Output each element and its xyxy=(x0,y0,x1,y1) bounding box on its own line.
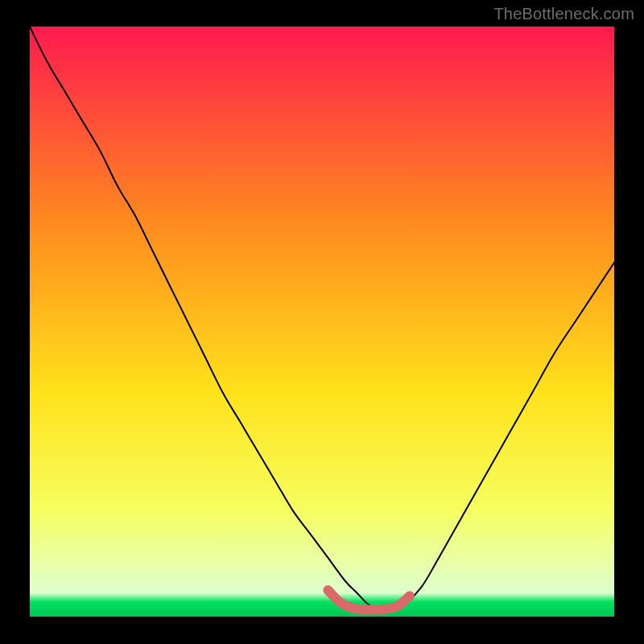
chart-svg xyxy=(30,27,614,617)
chart-frame: TheBottleneck.com xyxy=(0,0,644,644)
watermark-text: TheBottleneck.com xyxy=(493,5,634,23)
gradient-background xyxy=(30,27,614,617)
plot-area xyxy=(30,27,614,617)
